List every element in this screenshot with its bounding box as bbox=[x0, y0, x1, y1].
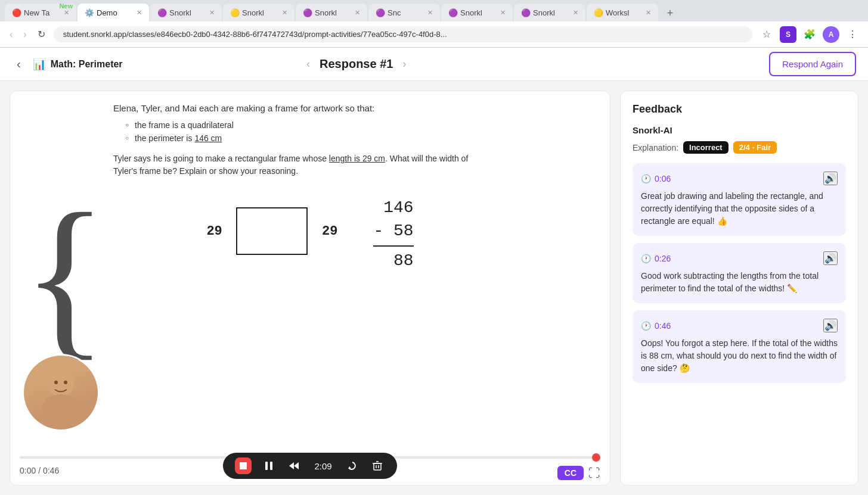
time-display: 0:00 / 0:46 bbox=[20, 466, 59, 475]
snorkl-ai-label: Snorkl-AI bbox=[633, 125, 846, 135]
math-calculation: 146 - 58 88 bbox=[373, 196, 413, 272]
reload-button[interactable]: ↻ bbox=[35, 26, 48, 42]
tab-demo[interactable]: ⚙️ Demo ✕ bbox=[78, 4, 149, 21]
replay-icon bbox=[347, 460, 358, 471]
tab-close-9[interactable]: ✕ bbox=[646, 9, 651, 17]
tab-favicon-5: 🟣 bbox=[303, 8, 311, 17]
svg-rect-4 bbox=[240, 462, 247, 469]
feedback-text-3: Oops! You forgot a step here. If the tot… bbox=[641, 337, 838, 375]
clock-icon-1: 🕐 bbox=[641, 174, 651, 183]
response-title: Response #1 bbox=[320, 57, 393, 71]
tab-bar: 🔴 New Ta New ✕ ⚙️ Demo ✕ 🟣 Snorkl ✕ 🟡 Sn… bbox=[0, 0, 868, 21]
tab-close-7[interactable]: ✕ bbox=[500, 9, 506, 17]
feedback-title: Feedback bbox=[633, 103, 846, 116]
trash-icon bbox=[372, 460, 383, 471]
tab-close-5[interactable]: ✕ bbox=[355, 9, 360, 17]
explanation-row: Explanation: Incorrect 2/4 - Fair bbox=[633, 141, 846, 154]
back-button[interactable]: ‹ bbox=[7, 27, 15, 42]
app-title: Math: Perimeter bbox=[51, 59, 123, 70]
feedback-item-2: 🕐 0:26 🔊 Good work subtracting the lengt… bbox=[633, 243, 846, 303]
tab-snorkl-5[interactable]: 🟣 Snorkl ✕ bbox=[296, 4, 367, 21]
timestamp-1: 0:06 bbox=[655, 174, 671, 183]
respond-again-button[interactable]: Respond Again bbox=[769, 52, 856, 76]
prev-response-button[interactable]: ‹ bbox=[302, 55, 315, 73]
app-back-button[interactable]: ‹ bbox=[12, 55, 26, 73]
tab-snorkl-7[interactable]: 🟣 Snorkl ✕ bbox=[441, 4, 513, 21]
calc-line2: - 58 bbox=[373, 219, 413, 246]
replay-button[interactable] bbox=[345, 458, 360, 474]
rewind-icon bbox=[289, 460, 299, 471]
svg-point-3 bbox=[64, 381, 67, 384]
tab-snorkl-3[interactable]: 🟣 Snorkl ✕ bbox=[150, 4, 222, 21]
new-tab-button[interactable]: + bbox=[662, 5, 678, 21]
tab-label-5: Snorkl bbox=[315, 8, 337, 17]
snorkl-extension[interactable]: S bbox=[780, 26, 796, 43]
profile-circle[interactable]: A bbox=[823, 26, 839, 43]
bracket-left: { bbox=[22, 186, 108, 365]
next-response-button[interactable]: › bbox=[398, 55, 411, 73]
svg-rect-10 bbox=[374, 463, 381, 470]
feedback-time-2: 🕐 0:26 bbox=[641, 254, 671, 263]
drawing-area: 29 29 146 - 58 88 bbox=[34, 195, 586, 273]
problem-header: Elena, Tyler, and Mai each are making a … bbox=[113, 103, 531, 113]
feedback-item-header-1: 🕐 0:06 🔊 bbox=[641, 172, 838, 185]
fullscreen-button[interactable]: ⛶ bbox=[588, 466, 600, 480]
svg-point-0 bbox=[48, 371, 74, 397]
sound-button-3[interactable]: 🔊 bbox=[823, 319, 838, 332]
tab-close-8[interactable]: ✕ bbox=[573, 9, 578, 17]
problem-text: Elena, Tyler, and Mai each are making a … bbox=[113, 103, 531, 178]
tab-label-8: Snorkl bbox=[533, 8, 555, 17]
pause-button[interactable] bbox=[261, 458, 277, 474]
explanation-label: Explanation: bbox=[633, 143, 678, 152]
profile-avatar[interactable]: A bbox=[823, 26, 839, 43]
rewind-button[interactable] bbox=[286, 458, 302, 474]
tab-favicon-4: 🟡 bbox=[230, 8, 238, 17]
tab-favicon-8: 🟣 bbox=[521, 8, 529, 17]
tab-new-ta[interactable]: 🔴 New Ta New ✕ bbox=[5, 4, 76, 21]
stop-button[interactable] bbox=[235, 457, 252, 474]
menu-button[interactable]: ⋮ bbox=[844, 26, 861, 43]
tab-label-1: New Ta bbox=[24, 8, 49, 17]
logo-emoji: 📊 bbox=[33, 58, 46, 71]
tab-worksl-9[interactable]: 🟡 Worksl ✕ bbox=[587, 4, 658, 21]
tab-label-7: Snorkl bbox=[460, 8, 482, 17]
calc-line1: 146 bbox=[373, 196, 413, 219]
sound-button-2[interactable]: 🔊 bbox=[823, 251, 838, 265]
browser-actions: ☆ S 🧩 A ⋮ bbox=[758, 26, 861, 43]
problem-question: Tyler says he is going to make a rectang… bbox=[113, 152, 471, 178]
tab-favicon-9: 🟡 bbox=[594, 8, 602, 17]
bullet2-text: the perimeter is bbox=[135, 133, 194, 143]
rect-box bbox=[236, 207, 308, 255]
rectangle-drawing: 29 29 bbox=[206, 195, 337, 273]
avatar-face bbox=[24, 356, 98, 429]
feedback-text-2: Good work subtracting the lengths from t… bbox=[641, 270, 838, 295]
tab-snorkl-4[interactable]: 🟡 Snorkl ✕ bbox=[223, 4, 294, 21]
cc-button[interactable]: CC bbox=[557, 466, 584, 480]
problem-list: the frame is a quadrilateral the perimet… bbox=[113, 120, 531, 143]
svg-marker-7 bbox=[289, 462, 294, 469]
extensions-button[interactable]: 🧩 bbox=[801, 26, 818, 43]
bookmark-button[interactable]: ☆ bbox=[758, 26, 775, 43]
app-header: ‹ 📊 Math: Perimeter ‹ Response #1 › Resp… bbox=[0, 48, 868, 81]
tab-snc-6[interactable]: 🟣 Snc ✕ bbox=[368, 4, 440, 21]
tab-close-2[interactable]: ✕ bbox=[137, 9, 142, 17]
tab-close-1[interactable]: ✕ bbox=[64, 9, 69, 17]
stop-icon bbox=[238, 461, 248, 471]
svg-rect-5 bbox=[265, 462, 268, 470]
tab-close-6[interactable]: ✕ bbox=[427, 9, 433, 17]
sound-button-1[interactable]: 🔊 bbox=[823, 172, 838, 185]
label-left: 29 bbox=[206, 224, 222, 239]
feedback-item-header-2: 🕐 0:26 🔊 bbox=[641, 251, 838, 265]
delete-button[interactable] bbox=[370, 458, 385, 474]
tab-close-4[interactable]: ✕ bbox=[282, 9, 287, 17]
forward-button[interactable]: › bbox=[21, 27, 29, 42]
address-bar: ‹ › ↻ ☆ S 🧩 A ⋮ bbox=[0, 21, 868, 48]
tab-label-2: Demo bbox=[97, 8, 117, 17]
app-logo: 📊 Math: Perimeter bbox=[33, 58, 123, 71]
progress-dot-end bbox=[592, 453, 600, 462]
header-nav: ‹ Response #1 › bbox=[302, 55, 411, 73]
svg-point-2 bbox=[54, 381, 58, 384]
address-input[interactable] bbox=[54, 26, 752, 42]
tab-close-3[interactable]: ✕ bbox=[209, 9, 215, 17]
tab-snorkl-8[interactable]: 🟣 Snorkl ✕ bbox=[514, 4, 585, 21]
